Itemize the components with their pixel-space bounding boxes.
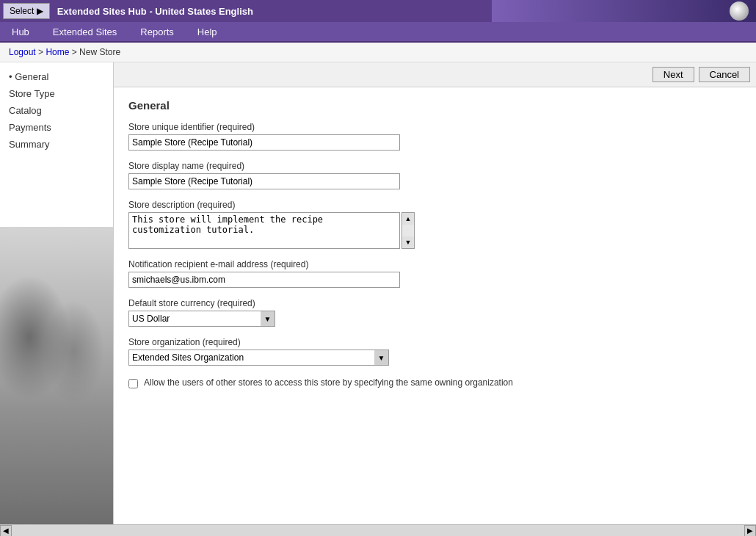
- store-description-input[interactable]: This store will implement the recipe cus…: [128, 212, 400, 249]
- app-title: Extended Sites Hub - United States Engli…: [50, 6, 261, 17]
- currency-label: Default store currency (required): [128, 298, 741, 308]
- menu-extended-sites[interactable]: Extended Sites: [41, 22, 128, 41]
- store-identifier-input[interactable]: [128, 134, 400, 151]
- sidebar-item-store-type[interactable]: Store Type: [0, 85, 113, 102]
- top-graphic: [492, 0, 756, 22]
- breadcrumb-current: New Store: [79, 47, 120, 57]
- access-checkbox-label: Allow the users of other stores to acces…: [144, 377, 513, 388]
- select-button[interactable]: Select ▶: [3, 3, 50, 19]
- store-identifier-group: Store unique identifier (required): [128, 122, 741, 151]
- breadcrumb: Logout > Home > New Store: [0, 43, 756, 62]
- scroll-left-button[interactable]: ◀: [0, 525, 12, 537]
- sidebar-item-payments[interactable]: Payments: [0, 119, 113, 136]
- textarea-scroll-up[interactable]: ▲: [402, 213, 414, 225]
- checkbox-row: Allow the users of other stores to acces…: [128, 377, 741, 388]
- sidebar: General Store Type Catalog Payments Summ…: [0, 62, 114, 535]
- sidebar-item-catalog[interactable]: Catalog: [0, 102, 113, 119]
- notification-email-group: Notification recipient e-mail address (r…: [128, 259, 741, 288]
- content-area: Next Cancel General Store unique identif…: [114, 62, 756, 535]
- currency-select-wrapper: US Dollar Euro British Pound Canadian Do…: [128, 311, 275, 327]
- notification-email-label: Notification recipient e-mail address (r…: [128, 259, 741, 269]
- currency-select[interactable]: US Dollar Euro British Pound Canadian Do…: [128, 311, 275, 327]
- store-display-name-label: Store display name (required): [128, 161, 741, 171]
- scroll-track[interactable]: [12, 525, 744, 536]
- textarea-scroll-down[interactable]: ▼: [402, 236, 414, 248]
- breadcrumb-home[interactable]: Home: [46, 47, 69, 57]
- menu-help[interactable]: Help: [186, 22, 229, 41]
- organization-select[interactable]: Extended Sites Organization: [128, 350, 389, 366]
- scroll-right-button[interactable]: ▶: [744, 525, 756, 537]
- menu-hub[interactable]: Hub: [0, 22, 41, 41]
- form-content: General Store unique identifier (require…: [114, 87, 756, 400]
- next-button[interactable]: Next: [653, 67, 694, 82]
- access-checkbox[interactable]: [128, 379, 138, 388]
- store-description-group: Store description (required) This store …: [128, 200, 741, 249]
- breadcrumb-logout[interactable]: Logout: [9, 47, 36, 57]
- menu-bar: Hub Extended Sites Reports Help: [0, 22, 756, 43]
- section-title: General: [128, 99, 741, 112]
- top-bar: Select ▶ Extended Sites Hub - United Sta…: [0, 0, 756, 22]
- store-display-name-group: Store display name (required): [128, 161, 741, 189]
- toolbar: Next Cancel: [114, 62, 756, 87]
- bottom-scrollbar: ◀ ▶: [0, 524, 756, 536]
- organization-select-wrapper: Extended Sites Organization ▼: [128, 350, 389, 366]
- notification-email-input[interactable]: [128, 272, 400, 288]
- main-layout: General Store Type Catalog Payments Summ…: [0, 62, 756, 535]
- sidebar-item-summary[interactable]: Summary: [0, 136, 113, 153]
- store-display-name-input[interactable]: [128, 173, 400, 189]
- store-identifier-label: Store unique identifier (required): [128, 122, 741, 132]
- organization-group: Store organization (required) Extended S…: [128, 337, 741, 366]
- organization-label: Store organization (required): [128, 337, 741, 347]
- sidebar-nav: General Store Type Catalog Payments Summ…: [0, 62, 113, 159]
- menu-reports[interactable]: Reports: [128, 22, 186, 41]
- sidebar-item-general[interactable]: General: [0, 68, 113, 85]
- sidebar-image: [0, 227, 114, 535]
- currency-group: Default store currency (required) US Dol…: [128, 298, 741, 327]
- textarea-scrollbar: ▲ ▼: [401, 212, 415, 249]
- store-description-label: Store description (required): [128, 200, 741, 210]
- cancel-button[interactable]: Cancel: [699, 67, 750, 82]
- textarea-wrapper: This store will implement the recipe cus…: [128, 212, 415, 249]
